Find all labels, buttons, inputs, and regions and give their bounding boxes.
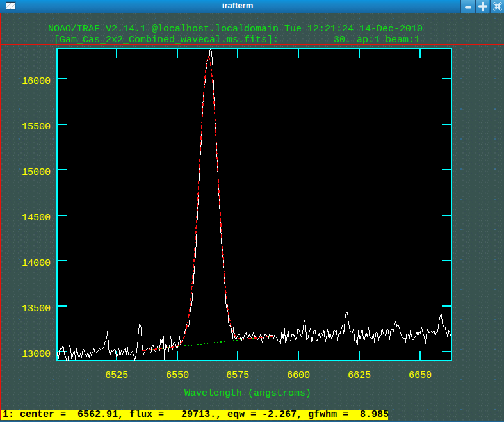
svg-text:14500: 14500	[22, 213, 51, 223]
svg-text:6550: 6550	[166, 370, 189, 381]
svg-text:6575: 6575	[226, 370, 249, 381]
svg-text:14000: 14000	[22, 258, 51, 269]
svg-text:Wavelength (angstroms): Wavelength (angstroms)	[184, 388, 311, 399]
svg-text:15500: 15500	[22, 122, 51, 133]
svg-text:13500: 13500	[22, 304, 51, 314]
svg-text:6650: 6650	[409, 370, 432, 381]
svg-text:13000: 13000	[22, 349, 51, 360]
svg-text:6625: 6625	[348, 370, 371, 381]
svg-text:16000: 16000	[22, 76, 51, 87]
svg-text:15000: 15000	[22, 167, 51, 178]
svg-text:6525: 6525	[105, 370, 128, 381]
svg-text:6600: 6600	[287, 370, 310, 381]
